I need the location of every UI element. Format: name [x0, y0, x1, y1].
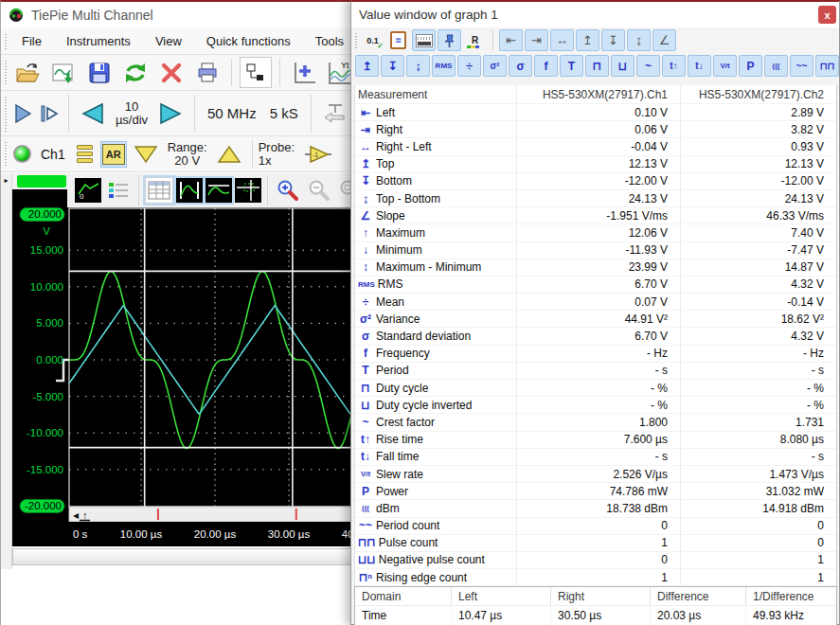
copy-to-clipboard-button[interactable]: ≣ [386, 29, 410, 51]
fall-time-button[interactable]: t↓ [688, 55, 711, 77]
source-colors-button[interactable]: R [463, 29, 487, 51]
timebase-faster-button[interactable] [156, 100, 187, 127]
one-shot-button[interactable] [38, 101, 61, 126]
toolbar-grip[interactable] [3, 59, 9, 86]
refresh-button[interactable] [119, 57, 152, 88]
minimum-button[interactable]: ↧ [381, 55, 404, 77]
zoom-in-button[interactable] [274, 177, 302, 204]
start-button[interactable] [11, 101, 34, 126]
measurement-row[interactable]: ⊓ⁿRising edge count11 [355, 568, 836, 585]
measure-lines-button[interactable] [206, 178, 232, 203]
measurement-row[interactable]: ↓Minimum-11.93 V-7.47 V [355, 241, 836, 259]
menu-view[interactable]: View [143, 34, 194, 48]
measurement-row[interactable]: (((dBm18.738 dBm14.918 dBm [355, 499, 836, 516]
toolbar-grip[interactable] [353, 31, 359, 49]
header-channel1[interactable]: HS5-530XM(27917).Ch1 [516, 85, 680, 103]
measurement-row[interactable]: ⊔⊔Negative pulse count01 [355, 551, 836, 568]
measurement-row[interactable]: ÷Mean0.07 V-0.14 V [355, 293, 836, 310]
pulse-count-button[interactable]: ⊓⊓ [815, 55, 839, 77]
channel-enable-led[interactable] [13, 145, 31, 163]
toolbar-grip[interactable] [3, 140, 9, 168]
pin-window-button[interactable] [438, 29, 461, 51]
timebase-slower-button[interactable] [77, 100, 107, 127]
save-button[interactable] [83, 57, 116, 88]
measurement-row[interactable]: ~~Period count00 [355, 517, 836, 534]
trigger-position-button[interactable] [319, 99, 351, 128]
range-up-button[interactable] [214, 142, 244, 167]
maximum-button[interactable]: ↥ [355, 55, 379, 77]
menu-grip[interactable] [3, 32, 9, 50]
frequency-button[interactable]: f [534, 55, 558, 77]
measurement-row[interactable]: TPeriod- s- s [355, 362, 836, 379]
toolbar-grip[interactable] [3, 95, 9, 132]
top-value-button[interactable]: ↥ [576, 29, 599, 51]
variance-button[interactable]: σ² [483, 55, 507, 77]
crest-factor-button[interactable]: ~ [636, 55, 660, 77]
maximum-minus-minimum-button[interactable]: ↨ [406, 55, 430, 77]
right-value-button[interactable]: ⇥ [525, 29, 548, 51]
measurement-row[interactable]: ↑Maximum12.06 V7.40 V [355, 223, 836, 241]
add-graph-button[interactable] [288, 57, 320, 88]
power-button[interactable]: P [739, 55, 762, 77]
object-tree-button[interactable] [240, 57, 272, 88]
zoom-region-button[interactable] [235, 178, 261, 203]
envelope-button[interactable] [176, 178, 203, 203]
offset-zero-button[interactable]: 0 [75, 178, 101, 203]
show-value-table-button[interactable] [412, 29, 436, 51]
dbm-button[interactable]: ((( [764, 55, 788, 77]
value-window-title-bar[interactable]: Value window of graph 1 [351, 2, 839, 27]
left-value-button[interactable]: ⇤ [499, 29, 523, 51]
measurement-row[interactable]: t↓Fall time- s- s [355, 448, 836, 465]
measurement-row[interactable]: σ²Variance44.91 V²18.62 V² [355, 310, 836, 327]
oscilloscope-plot[interactable]: 20.00015.00010.0005.0000.000-5.000-10.00… [12, 207, 365, 546]
slope-button[interactable]: ∠ [652, 29, 676, 51]
save-image-button[interactable] [47, 57, 80, 88]
measurement-row[interactable]: ⇥Right0.06 V3.82 V [355, 120, 836, 137]
decimals-button[interactable]: 0.1 ✓ [361, 29, 384, 51]
open-button[interactable] [11, 57, 44, 88]
value-table-button[interactable] [145, 177, 173, 204]
measurement-row[interactable]: σStandard deviation6.70 V4.32 V [355, 327, 836, 344]
legend-button[interactable] [104, 177, 133, 204]
menu-file[interactable]: File [9, 34, 54, 48]
measurement-row[interactable]: ↕Maximum - Minimum23.99 V14.87 V [355, 259, 836, 276]
header-channel2[interactable]: HS5-530XM(27917).Ch2 [680, 85, 836, 103]
measurement-row[interactable]: ↧Bottom-12.00 V-12.00 V [355, 172, 836, 189]
record-length-value[interactable]: 5 kS [270, 105, 298, 121]
slew-rate-button[interactable]: V/t [713, 55, 737, 77]
panel-collapse-strip[interactable]: ▸ [1, 173, 12, 569]
delete-button[interactable] [155, 57, 188, 88]
measurement-row[interactable]: t↑Rise time7.600 µs8.080 µs [355, 431, 836, 448]
rise-time-button[interactable]: t↑ [662, 55, 686, 77]
bottom-value-button[interactable]: ↧ [601, 29, 625, 51]
standard-deviation-button[interactable]: σ [509, 55, 532, 77]
print-button[interactable] [191, 57, 223, 88]
probe-gain-button[interactable]: -1 [302, 142, 334, 167]
right-minus-left-button[interactable]: ↔ [550, 29, 574, 51]
sample-rate-value[interactable]: 50 MHz [207, 105, 257, 121]
rms-button[interactable]: RMS [432, 55, 456, 77]
top-minus-bottom-button[interactable]: ↨ [627, 29, 651, 51]
measurement-row[interactable]: ⊓Duty cycle- %- % [355, 379, 836, 396]
measurement-row[interactable]: ⊔Duty cycle inverted- %- % [355, 396, 836, 413]
close-button[interactable]: x [818, 6, 836, 24]
mean-button[interactable]: ÷ [457, 55, 481, 77]
measurement-row[interactable]: ⊓⊓Pulse count10 [355, 534, 836, 551]
graph-active-indicator[interactable] [17, 175, 66, 188]
menu-instruments[interactable]: Instruments [54, 34, 143, 48]
duty-cycle-button[interactable]: ⊓ [585, 55, 609, 77]
menu-quick-functions[interactable]: Quick functions [194, 34, 303, 48]
coupling-icon[interactable] [77, 145, 93, 163]
graph-horizontal-scrollbar[interactable] [12, 548, 365, 565]
period-button[interactable]: T [560, 55, 583, 77]
measurement-row[interactable]: ↥Top12.13 V12.13 V [355, 155, 836, 172]
measurement-row[interactable]: ∠Slope-1.951 V/ms46.33 V/ms [355, 206, 836, 223]
header-measurement[interactable]: Measurement [355, 85, 516, 103]
measurement-row[interactable]: ↨Top - Bottom24.13 V24.13 V [355, 189, 836, 206]
menu-tools[interactable]: Tools [303, 34, 356, 48]
measurement-row[interactable]: ⇤Left0.10 V2.89 V [355, 103, 836, 120]
measurement-row[interactable]: RMSRMS6.70 V4.32 V [355, 276, 836, 293]
measurement-row[interactable]: ~Crest factor1.8001.731 [355, 413, 836, 430]
zoom-out-button[interactable] [305, 177, 333, 204]
measurement-row[interactable]: ↔Right - Left-0.04 V0.93 V [355, 137, 836, 154]
